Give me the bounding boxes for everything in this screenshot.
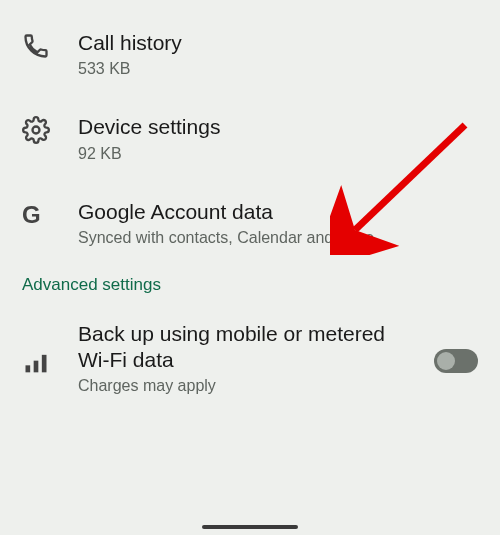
row-subtitle: Synced with contacts, Calendar and more [78,229,478,247]
row-device-settings[interactable]: Device settings 92 KB [0,96,500,180]
row-text: Device settings 92 KB [78,114,478,162]
svg-point-0 [33,127,40,134]
section-header-advanced: Advanced settings [0,265,500,303]
gear-icon [22,114,78,144]
row-subtitle: 533 KB [78,60,478,78]
row-text: Call history 533 KB [78,30,478,78]
row-text: Back up using mobile or metered Wi-Fi da… [78,321,418,396]
bar-signal-icon [22,339,78,377]
nav-handle[interactable] [202,525,298,529]
row-subtitle: Charges may apply [78,377,418,395]
google-icon: G [22,199,78,229]
row-text: Google Account data Synced with contacts… [78,199,478,247]
svg-rect-2 [34,361,39,373]
row-title: Google Account data [78,199,478,225]
row-title: Device settings [78,114,478,140]
row-google-account-data[interactable]: G Google Account data Synced with contac… [0,181,500,265]
svg-rect-1 [26,365,31,372]
backup-toggle[interactable] [434,349,478,373]
row-backup-mobile-data[interactable]: Back up using mobile or metered Wi-Fi da… [0,303,500,414]
row-title: Back up using mobile or metered Wi-Fi da… [78,321,418,374]
row-subtitle: 92 KB [78,145,478,163]
row-title: Call history [78,30,478,56]
backup-items-list: Call history 533 KB Device settings 92 K… [0,0,500,413]
svg-rect-3 [42,355,47,373]
phone-icon [22,30,78,60]
row-call-history[interactable]: Call history 533 KB [0,12,500,96]
